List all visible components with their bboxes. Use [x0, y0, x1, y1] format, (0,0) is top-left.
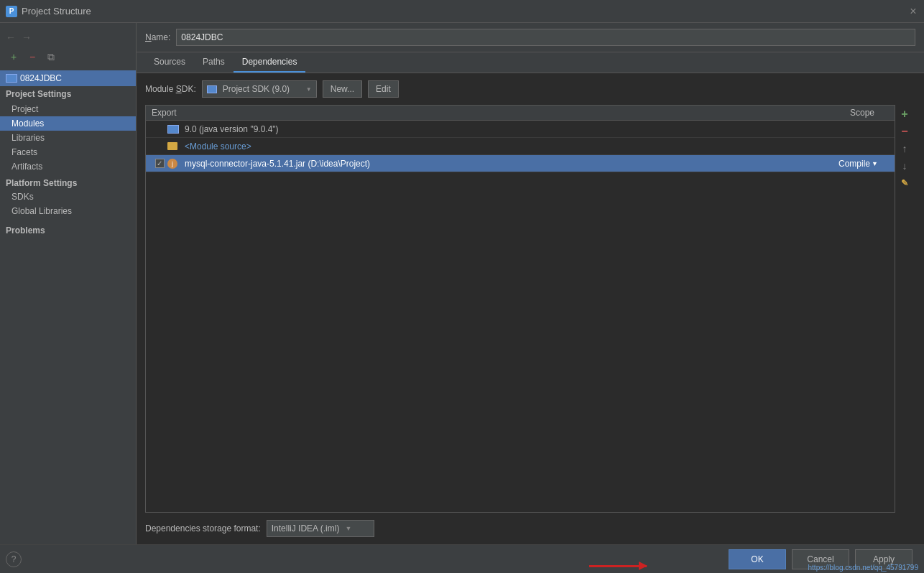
deps-table: Export Scope 9.0 (java version "9.0.4") [145, 105, 895, 513]
sidebar-item-facets[interactable]: Facets [0, 145, 136, 159]
module-icon [6, 74, 17, 83]
footer: ? OK Cancel Apply https://blog.csdn.net/… [0, 544, 924, 573]
dep-name-jar: mysql-connector-java-5.1.41.jar (D:\idea… [182, 159, 838, 169]
edit-dep-button[interactable]: ✎ [897, 175, 913, 191]
sidebar-item-modules[interactable]: Modules [0, 116, 136, 131]
storage-format-arrow-icon: ▼ [345, 525, 351, 532]
add-module-button[interactable]: + [6, 49, 22, 65]
sidebar-item-sdks[interactable]: SDKs [0, 190, 136, 204]
app-icon: P [6, 6, 17, 17]
add-dep-button[interactable]: + [897, 106, 913, 122]
dep-name-jdk: 9.0 (java version "9.0.4") [182, 124, 838, 134]
nav-arrows: ← → [0, 29, 136, 46]
new-sdk-button[interactable]: New... [323, 80, 362, 98]
project-settings-header: Project Settings [0, 86, 136, 102]
scope-dropdown-jar[interactable]: Compile ▼ [838, 159, 889, 169]
blog-link: https://blog.csdn.net/qq_45791799 [808, 564, 918, 572]
jdk-icon [167, 125, 179, 134]
remove-dep-button[interactable]: − [897, 124, 913, 139]
ok-button[interactable]: OK [729, 549, 786, 569]
dep-icon-module-source [167, 142, 182, 150]
red-arrow-icon [589, 565, 647, 567]
sidebar-item-global-libraries[interactable]: Global Libraries [0, 204, 136, 218]
help-button[interactable]: ? [6, 551, 22, 567]
sidebar-item-libraries[interactable]: Libraries [0, 131, 136, 145]
deps-content: Module SDK: Project SDK (9.0) ▼ New... E… [137, 73, 924, 544]
window-title: Project Structure [22, 6, 91, 17]
dep-checkbox-area-jar: ✓ [152, 159, 167, 168]
forward-arrow[interactable]: → [22, 32, 32, 43]
module-sdk-label: Module SDK: [145, 84, 196, 94]
storage-format-row: Dependencies storage format: IntelliJ ID… [145, 520, 915, 537]
name-row: Name: [137, 23, 924, 52]
sidebar-item-artifacts[interactable]: Artifacts [0, 159, 136, 174]
export-column-header: Export [152, 108, 209, 118]
table-wrapper: Export Scope 9.0 (java version "9.0.4") [145, 105, 915, 513]
move-dep-down-button[interactable]: ↓ [897, 158, 913, 174]
deps-table-header: Export Scope [146, 106, 895, 121]
platform-settings-header: Platform Settings [0, 174, 136, 190]
sdk-dropdown-arrow-icon: ▼ [306, 86, 312, 93]
title-bar-left: P Project Structure [6, 6, 91, 17]
dep-icon-jar: j [167, 159, 182, 169]
module-sdk-dropdown[interactable]: Project SDK (9.0) ▼ [202, 80, 317, 98]
checkbox-check-icon: ✓ [157, 159, 162, 167]
title-bar: P Project Structure × [0, 0, 924, 23]
dep-checkbox-jar[interactable]: ✓ [155, 159, 165, 168]
module-item-label: 0824JDBC [20, 73, 62, 83]
dep-name-module-source: <Module source> [182, 141, 838, 152]
storage-format-value: IntelliJ IDEA (.iml) [272, 523, 340, 534]
sidebar: ← → + − ⧉ 0824JDBC Project Settings Proj… [0, 23, 137, 544]
remove-module-button[interactable]: − [24, 49, 40, 65]
move-dep-up-button[interactable]: ↑ [897, 141, 913, 157]
table-side-buttons: + − ↑ ↓ ✎ [895, 105, 915, 513]
dep-row-module-source[interactable]: <Module source> [146, 138, 895, 155]
module-item[interactable]: 0824JDBC [0, 70, 136, 86]
dep-icon-jdk [167, 125, 182, 134]
storage-format-label: Dependencies storage format: [145, 523, 261, 534]
name-label: Name: [145, 32, 170, 42]
back-arrow[interactable]: ← [6, 32, 16, 43]
storage-format-dropdown[interactable]: IntelliJ IDEA (.iml) ▼ [267, 520, 374, 537]
dep-row-jar[interactable]: ✓ j mysql-connector-java-5.1.41.jar (D:\… [146, 155, 895, 172]
sdk-folder-icon [207, 85, 217, 93]
name-input[interactable] [176, 29, 915, 46]
tab-sources[interactable]: Sources [145, 52, 194, 73]
folder-icon [167, 142, 177, 150]
copy-module-button[interactable]: ⧉ [43, 49, 59, 65]
dep-scope-jar: Compile ▼ [838, 159, 889, 169]
tabs-row: Sources Paths Dependencies [137, 52, 924, 73]
close-button[interactable]: × [908, 6, 918, 17]
content-area: Name: Sources Paths Dependencies Module … [137, 23, 924, 544]
sidebar-toolbar: + − ⧉ [0, 46, 136, 70]
jar-file-icon: j [167, 159, 177, 169]
edit-sdk-button[interactable]: Edit [368, 80, 399, 98]
tab-paths[interactable]: Paths [194, 52, 234, 73]
module-sdk-row: Module SDK: Project SDK (9.0) ▼ New... E… [145, 80, 915, 98]
problems-header: Problems [0, 218, 136, 237]
dep-row-jdk[interactable]: 9.0 (java version "9.0.4") [146, 121, 895, 138]
main-layout: ← → + − ⧉ 0824JDBC Project Settings Proj… [0, 23, 924, 544]
scope-column-header: Scope [850, 108, 889, 118]
tab-dependencies[interactable]: Dependencies [234, 52, 306, 73]
sidebar-item-project[interactable]: Project [0, 102, 136, 116]
sdk-dropdown-text: Project SDK (9.0) [223, 84, 303, 94]
scope-dropdown-arrow-icon: ▼ [872, 160, 878, 167]
